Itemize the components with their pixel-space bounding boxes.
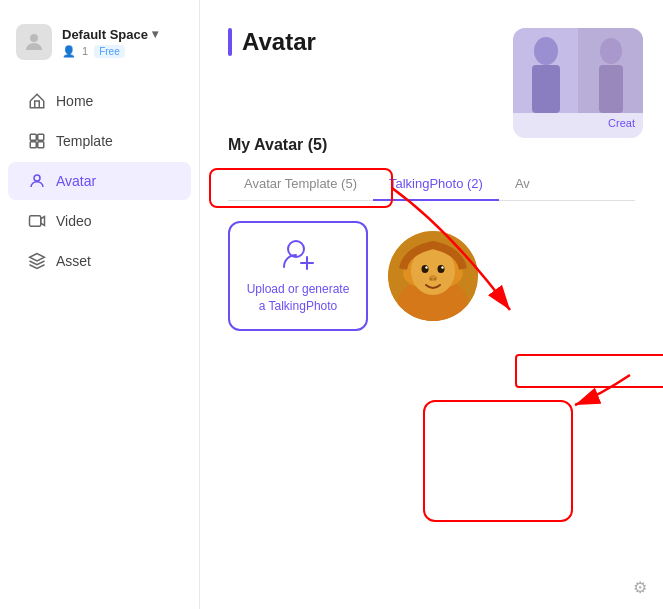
avatar-figure-2 bbox=[583, 33, 639, 113]
svg-rect-2 bbox=[38, 134, 44, 140]
baby-avatar bbox=[388, 231, 478, 321]
tab-av[interactable]: Av bbox=[499, 168, 546, 201]
svg-rect-3 bbox=[30, 142, 36, 148]
workspace-meta: 👤 1 Free bbox=[62, 45, 158, 58]
svg-point-0 bbox=[30, 34, 38, 42]
sidebar-item-template-label: Template bbox=[56, 133, 113, 149]
svg-rect-6 bbox=[30, 216, 41, 227]
svg-rect-11 bbox=[599, 65, 623, 113]
sidebar-item-avatar[interactable]: Avatar bbox=[8, 162, 191, 200]
avatar-content-row: Upload or generatea TalkingPhoto bbox=[228, 221, 635, 331]
svg-rect-9 bbox=[532, 65, 560, 113]
svg-point-5 bbox=[34, 175, 40, 181]
video-icon bbox=[28, 212, 46, 230]
chevron-down-icon: ▾ bbox=[152, 27, 158, 41]
upload-card-label: Upload or generatea TalkingPhoto bbox=[247, 281, 350, 315]
page-title: Avatar bbox=[242, 28, 316, 56]
member-count-icon: 👤 bbox=[62, 45, 76, 58]
svg-point-26 bbox=[440, 274, 450, 284]
sidebar-item-video[interactable]: Video bbox=[8, 202, 191, 240]
svg-point-25 bbox=[416, 274, 426, 284]
sidebar-item-home[interactable]: Home bbox=[8, 82, 191, 120]
svg-point-24 bbox=[434, 278, 437, 281]
home-icon bbox=[28, 92, 46, 110]
svg-point-10 bbox=[600, 38, 622, 64]
sidebar: Default Space ▾ 👤 1 Free Home bbox=[0, 0, 200, 609]
workspace-icon bbox=[22, 30, 46, 54]
asset-icon bbox=[28, 252, 46, 270]
upload-person-icon bbox=[280, 237, 316, 273]
create-card-images bbox=[513, 28, 643, 113]
sidebar-item-template[interactable]: Template bbox=[8, 122, 191, 160]
tab-talking-photo[interactable]: TalkingPhoto (2) bbox=[373, 168, 499, 201]
svg-point-21 bbox=[441, 266, 443, 268]
avatar-preview-1 bbox=[513, 28, 578, 113]
svg-point-23 bbox=[430, 278, 433, 281]
baby-face-svg bbox=[388, 231, 478, 321]
title-accent-bar bbox=[228, 28, 232, 56]
sidebar-item-video-label: Video bbox=[56, 213, 92, 229]
svg-point-19 bbox=[438, 265, 445, 273]
sidebar-nav: Home Template Avatar bbox=[0, 80, 199, 282]
sidebar-item-avatar-label: Avatar bbox=[56, 173, 96, 189]
annotation-box-talkingphoto bbox=[515, 354, 663, 388]
avatar-preview-2 bbox=[578, 28, 643, 113]
svg-rect-1 bbox=[30, 134, 36, 140]
template-icon bbox=[28, 132, 46, 150]
main-content: Avatar Creat My Avatar (5) Avatar bbox=[200, 0, 663, 609]
avatar-figure-1 bbox=[518, 33, 574, 113]
annotation-box-upload bbox=[423, 400, 573, 522]
create-label: Creat bbox=[600, 113, 643, 133]
avatar-tabs: Avatar Template (5) TalkingPhoto (2) Av bbox=[228, 168, 635, 201]
svg-marker-7 bbox=[41, 217, 45, 226]
upload-talking-photo-card[interactable]: Upload or generatea TalkingPhoto bbox=[228, 221, 368, 331]
gear-icon[interactable]: ⚙ bbox=[633, 578, 647, 597]
workspace-info: Default Space ▾ 👤 1 Free bbox=[62, 27, 158, 58]
my-avatar-section-title: My Avatar (5) bbox=[228, 136, 635, 154]
svg-point-18 bbox=[422, 265, 429, 273]
svg-rect-4 bbox=[38, 142, 44, 148]
sidebar-item-asset-label: Asset bbox=[56, 253, 91, 269]
avatar-icon bbox=[28, 172, 46, 190]
svg-point-8 bbox=[534, 37, 558, 65]
create-avatar-card[interactable]: Creat bbox=[513, 28, 643, 138]
workspace-name: Default Space ▾ bbox=[62, 27, 158, 42]
upload-person-svg bbox=[280, 237, 316, 273]
svg-point-20 bbox=[425, 266, 427, 268]
workspace-avatar bbox=[16, 24, 52, 60]
tab-avatar-template[interactable]: Avatar Template (5) bbox=[228, 168, 373, 201]
sidebar-item-asset[interactable]: Asset bbox=[8, 242, 191, 280]
sidebar-item-home-label: Home bbox=[56, 93, 93, 109]
plan-badge: Free bbox=[94, 45, 125, 58]
workspace-header[interactable]: Default Space ▾ 👤 1 Free bbox=[0, 16, 199, 80]
